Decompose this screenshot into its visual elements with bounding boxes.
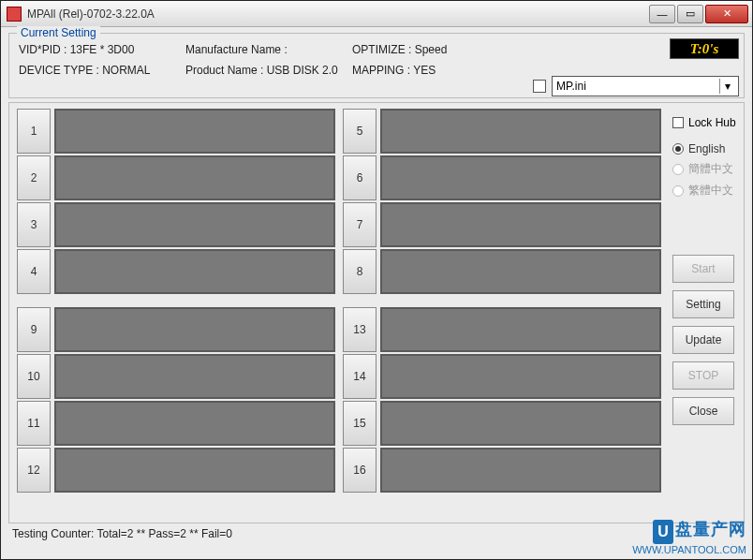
slot-button-11[interactable]: 11 [17,401,51,446]
slot-row: 6 [339,155,665,200]
slot-row: 12 [13,448,339,493]
lock-hub-label: Lock Hub [688,116,736,129]
slot-row: 5 [339,109,665,154]
lang-sc-radio[interactable] [672,164,684,175]
close-button[interactable]: Close [672,397,734,425]
ini-checkbox[interactable] [533,80,546,93]
slot-button-10[interactable]: 10 [17,354,51,399]
slot-display-11 [54,401,335,446]
slot-display-5 [380,109,661,154]
slot-display-7 [380,202,661,247]
slot-button-16[interactable]: 16 [343,448,376,493]
vid-pid-label: VID*PID : 13FE * 3D00 [19,39,185,60]
dropdown-icon: ▾ [719,79,734,94]
slot-display-12 [54,448,335,493]
status-bar: Testing Counter: Total=2 ** Pass=2 ** Fa… [8,523,745,540]
app-window: MPAll (Rel)-0702-3.22.0A — ▭ ✕ Current S… [0,0,753,560]
start-button[interactable]: Start [672,255,734,283]
watermark-url: WWW.UPANTOOL.COM [632,544,746,555]
slot-row: 10 [13,354,339,399]
slot-display-6 [380,155,661,200]
current-setting-legend: Current Setting [17,26,100,39]
window-close-button[interactable]: ✕ [705,5,748,23]
manufacture-name-label: Manufacture Name : [185,39,352,60]
slot-button-1[interactable]: 1 [17,109,51,154]
slot-button-2[interactable]: 2 [17,155,51,200]
slot-row: 9 [13,307,339,352]
slot-row: 16 [339,448,665,493]
slot-display-10 [54,354,335,399]
lang-tc-label: 繁體中文 [688,183,733,199]
minimize-button[interactable]: — [649,5,675,23]
slot-row: 2 [13,155,339,200]
maximize-button[interactable]: ▭ [677,5,703,23]
slot-display-16 [380,448,661,493]
app-icon [7,7,22,22]
ini-select[interactable]: MP.ini ▾ [552,76,739,96]
slot-display-15 [380,401,661,446]
lang-english-label: English [688,142,725,155]
slot-button-4[interactable]: 4 [17,249,51,294]
slot-button-9[interactable]: 9 [17,307,51,352]
slots-area: 1234 5678 9101112 13141516 [13,109,665,517]
slot-row: 4 [13,249,339,294]
setting-button[interactable]: Setting [672,290,734,318]
slot-display-4 [54,249,335,294]
slot-display-13 [380,307,661,352]
timer-display: T:0's [670,38,739,59]
slot-row: 14 [339,354,665,399]
slot-display-9 [54,307,335,352]
window-title: MPAll (Rel)-0702-3.22.0A [27,7,647,21]
slot-button-6[interactable]: 6 [343,155,376,200]
slot-button-12[interactable]: 12 [17,448,51,493]
slot-button-14[interactable]: 14 [343,354,376,399]
slot-button-3[interactable]: 3 [17,202,51,247]
slot-row: 1 [13,109,339,154]
lang-english-radio[interactable] [672,143,684,155]
main-panel: 1234 5678 9101112 13141516 Lock Hub Engl… [8,102,745,523]
product-name-label: Product Name : USB DISK 2.0 [185,60,352,81]
optimize-label: OPTIMIZE : Speed [352,39,519,60]
lock-hub-checkbox[interactable] [672,117,684,128]
titlebar[interactable]: MPAll (Rel)-0702-3.22.0A — ▭ ✕ [1,1,752,27]
slot-display-3 [54,202,335,247]
slot-display-14 [380,354,661,399]
ini-value: MP.ini [556,80,586,93]
update-button[interactable]: Update [672,326,734,354]
slot-button-5[interactable]: 5 [343,109,376,154]
slot-display-2 [54,155,335,200]
slot-display-1 [54,109,335,154]
slot-button-15[interactable]: 15 [343,401,376,446]
slot-row: 3 [13,202,339,247]
slot-display-8 [380,249,661,294]
slot-button-8[interactable]: 8 [343,249,376,294]
sidebar: Lock Hub English 簡體中文 繁體中文 Start Setting [665,109,740,517]
slot-button-7[interactable]: 7 [343,202,376,247]
mapping-label: MAPPING : YES [352,60,519,81]
client-area: Current Setting VID*PID : 13FE * 3D00 DE… [1,27,752,559]
slot-row: 15 [339,401,665,446]
lang-tc-radio[interactable] [672,185,684,197]
slot-row: 11 [13,401,339,446]
slot-row: 13 [339,307,665,352]
stop-button[interactable]: STOP [672,361,734,390]
slot-row: 7 [339,202,665,247]
device-type-label: DEVICE TYPE : NORMAL [19,60,185,81]
slot-row: 8 [339,249,665,294]
slot-button-13[interactable]: 13 [343,307,376,352]
lang-sc-label: 簡體中文 [688,161,733,177]
